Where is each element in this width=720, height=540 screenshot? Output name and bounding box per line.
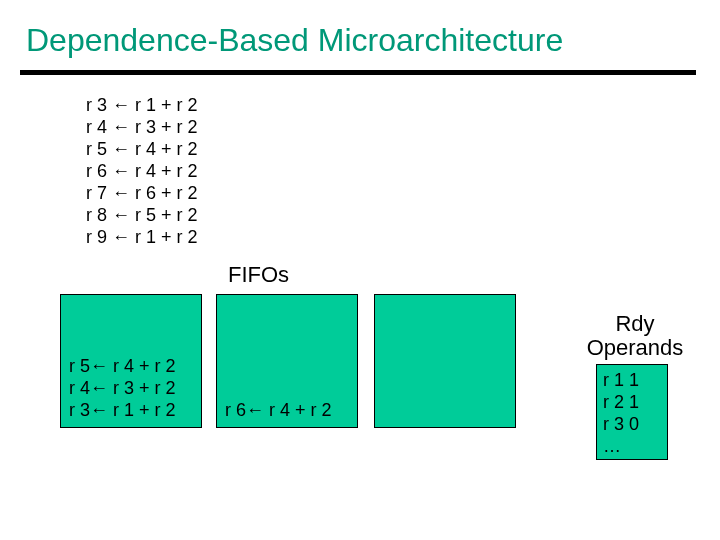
operand-row-3: r 3 0 — [603, 413, 661, 435]
fifo-2-entry-a: r 6← r 4 + r 2 — [225, 399, 332, 421]
instr-7: r 9 ← r 1 + r 2 — [86, 226, 198, 248]
slide-title: Dependence-Based Microarchitecture — [26, 22, 563, 59]
title-rule — [20, 70, 696, 75]
operands-table: r 1 1 r 2 1 r 3 0 … — [596, 364, 668, 460]
fifo-1-entry-a: r 5← r 4 + r 2 — [69, 355, 176, 377]
rdy-line1: Rdy — [575, 312, 695, 336]
instr-4: r 6 ← r 4 + r 2 — [86, 160, 198, 182]
instr-1: r 3 ← r 1 + r 2 — [86, 94, 198, 116]
instr-3: r 5 ← r 4 + r 2 — [86, 138, 198, 160]
fifos-label: FIFOs — [228, 262, 289, 288]
fifo-1-entry-b: r 4← r 3 + r 2 — [69, 377, 176, 399]
operand-row-1: r 1 1 — [603, 369, 661, 391]
rdy-line2: Operands — [575, 336, 695, 360]
operand-row-4: … — [603, 435, 661, 457]
ready-operands-label: Rdy Operands — [575, 312, 695, 360]
fifo-1-entries: r 5← r 4 + r 2 r 4← r 3 + r 2 r 3← r 1 +… — [69, 355, 176, 421]
fifo-box-2: r 6← r 4 + r 2 — [216, 294, 358, 428]
instr-2: r 4 ← r 3 + r 2 — [86, 116, 198, 138]
fifo-2-entries: r 6← r 4 + r 2 — [225, 399, 332, 421]
fifo-box-3 — [374, 294, 516, 428]
instr-5: r 7 ← r 6 + r 2 — [86, 182, 198, 204]
fifo-box-1: r 5← r 4 + r 2 r 4← r 3 + r 2 r 3← r 1 +… — [60, 294, 202, 428]
operand-row-2: r 2 1 — [603, 391, 661, 413]
instruction-list: r 3 ← r 1 + r 2 r 4 ← r 3 + r 2 r 5 ← r … — [86, 94, 198, 248]
instr-6: r 8 ← r 5 + r 2 — [86, 204, 198, 226]
fifo-1-entry-c: r 3← r 1 + r 2 — [69, 399, 176, 421]
